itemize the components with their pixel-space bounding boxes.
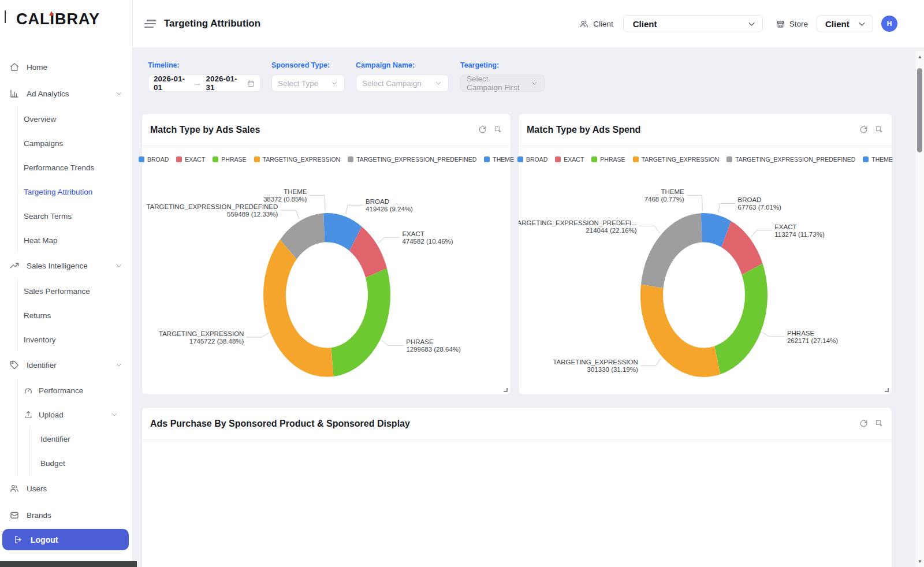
- campaign-name-select[interactable]: Select Campaign: [356, 74, 449, 92]
- sidebar-item-overview[interactable]: Overview: [18, 107, 132, 131]
- label-leader-line: [280, 210, 299, 219]
- label-leader-line: [378, 237, 400, 243]
- legend-item[interactable]: PHRASE: [591, 156, 625, 163]
- refresh-icon[interactable]: [859, 125, 868, 134]
- logout-button[interactable]: Logout: [2, 529, 129, 550]
- chevron-down-icon: [747, 19, 757, 29]
- sidebar-item-ad-analytics[interactable]: Ad Analytics: [0, 80, 132, 107]
- sidebar-item-upload[interactable]: Upload: [18, 402, 132, 427]
- slice-label: BROAD419426 (9.24%): [366, 198, 413, 212]
- legend-item[interactable]: TARGETING_EXPRESSION: [254, 156, 341, 163]
- date-to-input[interactable]: 2026-01-31: [206, 74, 243, 92]
- sidebar-item-upload-identifier[interactable]: Identifier: [30, 427, 132, 451]
- chevron-down-icon: [434, 79, 442, 87]
- sidebar-item-inventory[interactable]: Inventory: [18, 327, 132, 352]
- chart-title: Match Type by Ads Sales: [150, 125, 260, 135]
- legend-item[interactable]: EXACT: [176, 156, 205, 163]
- sidebar-item-brands[interactable]: Brands: [0, 502, 132, 528]
- legend-swatch: [555, 156, 561, 162]
- legend-swatch: [484, 156, 490, 162]
- chevron-down-icon: [115, 262, 123, 270]
- legend-item[interactable]: EXACT: [555, 156, 584, 163]
- label-leader-line: [718, 203, 736, 212]
- date-from-input[interactable]: 2026-01-01: [154, 74, 190, 92]
- main-content: Timeline: 2026-01-01 → 2026-01-31 Sponso…: [133, 47, 924, 567]
- legend-swatch: [254, 156, 260, 162]
- refresh-icon[interactable]: [478, 125, 487, 134]
- user-avatar[interactable]: H: [881, 16, 897, 32]
- timeline-range-picker[interactable]: 2026-01-01 → 2026-01-31: [148, 74, 261, 92]
- sidebar-item-users[interactable]: Users: [0, 475, 132, 502]
- donut-slice-TARGETING_EXPRESSION_PREDEFINED[interactable]: [641, 213, 702, 288]
- slice-label: THEME7468 (0.77%): [644, 188, 684, 203]
- sponsored-type-label: Sponsored Type:: [271, 61, 345, 69]
- chart-card-ads-purchase: Ads Purchase By Sponsored Product & Spon…: [141, 407, 892, 567]
- client-select[interactable]: Client: [623, 15, 763, 32]
- sidebar-item-upload-budget[interactable]: Budget: [30, 451, 132, 475]
- store-icon: [776, 19, 785, 29]
- legend-item[interactable]: THEME: [484, 156, 514, 163]
- slice-label: THEME38372 (0.85%): [263, 188, 307, 203]
- store-select[interactable]: Client: [817, 15, 873, 32]
- donut-slice-TARGETING_EXPRESSION[interactable]: [640, 285, 720, 377]
- logout-icon: [13, 535, 23, 544]
- select-area-icon[interactable]: [875, 125, 884, 134]
- logo[interactable]: CALIBRAY: [16, 10, 132, 36]
- sidebar-item-performance-trends[interactable]: Performance Trends: [18, 155, 132, 180]
- sponsored-type-filter: Sponsored Type: Select Type: [271, 61, 345, 92]
- donut-slice-PHRASE[interactable]: [714, 264, 767, 375]
- legend-item[interactable]: BROAD: [139, 156, 169, 163]
- select-area-icon[interactable]: [494, 125, 502, 134]
- sidebar-item-identifier[interactable]: Identifier: [0, 352, 132, 378]
- scrollbar-thumb[interactable]: [917, 68, 922, 152]
- store-select-value: Client: [825, 19, 850, 29]
- refresh-icon[interactable]: [859, 419, 868, 428]
- sidebar-item-home[interactable]: Home: [0, 54, 132, 80]
- legend-item[interactable]: TARGETING_EXPRESSION_PREDEFINED: [726, 156, 855, 163]
- legend-label: TARGETING_EXPRESSION_PREDEFINED: [356, 156, 476, 163]
- range-arrow: →: [195, 79, 202, 87]
- legend-item[interactable]: PHRASE: [213, 156, 246, 163]
- logout-label: Logout: [31, 535, 58, 544]
- legend-swatch: [633, 156, 639, 162]
- scroll-down-icon[interactable]: ▼: [915, 557, 924, 566]
- resize-handle[interactable]: [885, 388, 889, 392]
- tag-icon: [9, 360, 20, 370]
- upload-icon: [24, 410, 33, 419]
- calendar-icon: [247, 79, 255, 88]
- sidebar-item-returns[interactable]: Returns: [18, 303, 132, 327]
- select-area-icon[interactable]: [875, 419, 884, 428]
- donut-slice-PHRASE[interactable]: [331, 268, 390, 376]
- chevron-down-icon: [110, 411, 118, 419]
- legend-item[interactable]: TARGETING_EXPRESSION_PREDEFINED: [348, 156, 476, 163]
- legend-item[interactable]: THEME: [863, 156, 893, 163]
- targeting-filter: Teargeting: Select Campaign First: [460, 61, 545, 92]
- slice-label: PHRASE262171 (27.14%): [787, 330, 838, 344]
- analytics-icon: [9, 88, 20, 99]
- sidebar-item-sales-performance[interactable]: Sales Performance: [18, 279, 132, 303]
- slice-label: TARGETING_EXPRESSION1745722 (38.48%): [159, 330, 244, 345]
- resize-handle[interactable]: [504, 388, 508, 392]
- donut-chart-ads-spend: BROAD67763 (7.01%)EXACT113274 (11.73%)PH…: [519, 168, 892, 394]
- legend-item[interactable]: BROAD: [517, 156, 547, 163]
- donut-slice-TARGETING_EXPRESSION[interactable]: [263, 240, 333, 377]
- vertical-scrollbar[interactable]: ▲ ▼: [915, 51, 924, 567]
- sidebar-item-search-terms[interactable]: Search Terms: [18, 204, 132, 228]
- chevron-down-icon: [115, 89, 123, 98]
- sales-intelligence-submenu: Sales Performance Returns Inventory: [17, 279, 132, 352]
- hamburger-icon[interactable]: [144, 20, 156, 28]
- sidebar-item-identifier-performance[interactable]: Performance: [18, 378, 132, 402]
- label-leader-line: [309, 195, 325, 211]
- sidebar-item-heat-map[interactable]: Heat Map: [18, 228, 132, 252]
- sidebar-item-sales-intelligence[interactable]: Sales Intelligence: [0, 252, 132, 279]
- scroll-up-icon[interactable]: ▲: [915, 52, 924, 61]
- chart-title: Match Type by Ads Spend: [527, 125, 640, 135]
- sidebar-item-label: Upload: [39, 411, 64, 419]
- sponsored-type-select[interactable]: Select Type: [271, 74, 345, 92]
- sidebar-item-targeting-attribution[interactable]: Targeting Attribution: [18, 180, 132, 204]
- legend-label: BROAD: [526, 156, 547, 163]
- sidebar-item-campaigns[interactable]: Campaigns: [18, 131, 132, 155]
- legend-swatch: [348, 156, 353, 162]
- brands-icon: [9, 510, 20, 520]
- legend-item[interactable]: TARGETING_EXPRESSION: [633, 156, 720, 163]
